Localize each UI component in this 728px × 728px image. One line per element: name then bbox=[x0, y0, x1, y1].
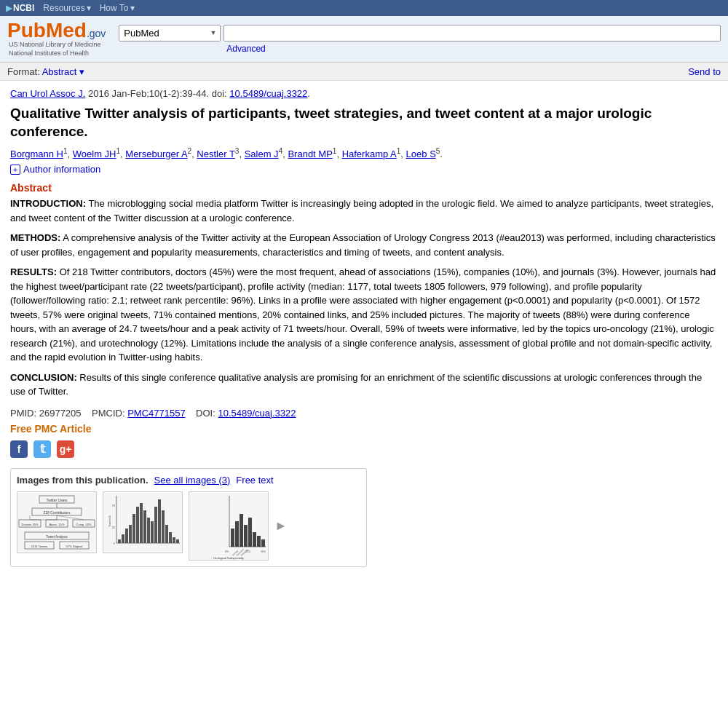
pubmed-gov: .gov bbox=[87, 28, 106, 39]
see-all-images-link[interactable]: See all images (3) bbox=[154, 475, 231, 486]
images-section: Images from this publication. See all im… bbox=[10, 468, 367, 567]
svg-rect-34 bbox=[151, 521, 154, 543]
howto-chevron: ▾ bbox=[130, 3, 135, 13]
abstract-section: Abstract INTRODUCTION: The microblogging… bbox=[10, 182, 718, 399]
subtitle-line1: US National Library of Medicine bbox=[9, 41, 101, 50]
thumbnail-1-chart: Twitter Users 218 Contributors Doctors 4… bbox=[17, 492, 96, 553]
twitter-icon[interactable]: 𝕥 bbox=[33, 440, 51, 458]
pubmed-logo-area: PubMed.gov US National Library of Medici… bbox=[7, 20, 106, 58]
svg-rect-30 bbox=[136, 507, 139, 543]
pubmed-pub: Pub bbox=[7, 19, 46, 41]
advanced-link[interactable]: Advanced bbox=[226, 44, 721, 54]
facebook-icon[interactable]: f bbox=[10, 440, 28, 458]
svg-rect-31 bbox=[140, 503, 143, 543]
pubmed-logo: PubMed.gov bbox=[7, 20, 106, 41]
ncbi-icon: ▶ bbox=[6, 4, 12, 13]
abstract-conclusion: CONCLUSION: Results of this single confe… bbox=[10, 371, 718, 399]
doi-label: DOI: bbox=[196, 408, 215, 419]
abstract-intro: INTRODUCTION: The microblogging social m… bbox=[10, 197, 718, 225]
svg-rect-35 bbox=[154, 507, 157, 543]
svg-rect-39 bbox=[169, 532, 172, 543]
db-select-wrapper[interactable]: PubMed PubMed Central Books MeSH bbox=[119, 25, 221, 41]
svg-rect-33 bbox=[147, 518, 150, 543]
svg-rect-26 bbox=[122, 534, 124, 543]
svg-rect-37 bbox=[162, 510, 165, 543]
svg-text:Tweets/h: Tweets/h bbox=[108, 515, 111, 527]
thumbnail-1[interactable]: Twitter Users 218 Contributors Doctors 4… bbox=[17, 491, 97, 553]
svg-text:Twitter Users: Twitter Users bbox=[46, 498, 68, 502]
svg-rect-46 bbox=[189, 492, 268, 560]
svg-rect-54 bbox=[253, 532, 256, 547]
ncbi-logo[interactable]: ▶ NCBI bbox=[6, 3, 34, 13]
svg-rect-53 bbox=[248, 518, 252, 547]
svg-text:35: 35 bbox=[112, 526, 116, 529]
citation-line: Can Urol Assoc J. 2016 Jan-Feb;10(1-2):3… bbox=[10, 88, 718, 99]
main-content: Can Urol Assoc J. 2016 Jan-Feb;10(1-2):3… bbox=[0, 81, 728, 574]
googleplus-icon[interactable]: g+ bbox=[57, 440, 74, 458]
svg-rect-56 bbox=[261, 539, 265, 547]
author-brandt[interactable]: Brandt MP bbox=[288, 149, 332, 159]
svg-text:218 Contributors: 218 Contributors bbox=[44, 510, 71, 515]
doi-value-link[interactable]: 10.5489/cuaj.3322 bbox=[218, 408, 296, 419]
results-label: RESULTS: bbox=[10, 266, 57, 277]
article-title: Qualitative Twitter analysis of particip… bbox=[10, 105, 718, 141]
ncbi-label: NCBI bbox=[13, 3, 34, 13]
resources-label: Resources bbox=[43, 3, 84, 13]
abstract-methods: METHODS: A comprehensive analysis of the… bbox=[10, 231, 718, 259]
search-controls: PubMed PubMed Central Books MeSH Advance… bbox=[119, 25, 721, 54]
send-to-button[interactable]: Send to bbox=[688, 66, 721, 77]
svg-rect-38 bbox=[165, 525, 168, 543]
scroll-right-arrow[interactable]: ► bbox=[274, 518, 288, 534]
format-dropdown[interactable]: Abstract ▾ bbox=[42, 66, 84, 77]
svg-rect-36 bbox=[158, 499, 161, 543]
author-salem[interactable]: Salem J bbox=[245, 149, 279, 159]
svg-text:0%: 0% bbox=[225, 550, 229, 553]
free-pmc-label: Free PMC Article bbox=[10, 423, 718, 435]
logo-subtitle: US National Library of Medicine National… bbox=[9, 41, 101, 58]
svg-rect-28 bbox=[129, 525, 132, 543]
thumbnail-2[interactable]: 0 35 70 Tweets/h bbox=[103, 491, 183, 553]
howto-nav[interactable]: How To ▾ bbox=[100, 3, 135, 13]
svg-rect-29 bbox=[132, 514, 135, 543]
svg-text:57% Original: 57% Original bbox=[66, 545, 83, 548]
pmid-value: PMID: 26977205 bbox=[10, 408, 82, 419]
search-bar: PubMed.gov US National Library of Medici… bbox=[0, 16, 728, 63]
abstract-label: Abstract bbox=[10, 182, 718, 194]
author-loeb[interactable]: Loeb S bbox=[406, 149, 436, 159]
svg-rect-49 bbox=[231, 529, 234, 547]
conclusion-label: CONCLUSION: bbox=[10, 372, 77, 383]
svg-rect-52 bbox=[244, 525, 248, 547]
author-woelm[interactable]: Woelm JH bbox=[73, 149, 116, 159]
free-text-link[interactable]: Free text bbox=[236, 475, 273, 486]
svg-text:70: 70 bbox=[112, 504, 116, 507]
subtitle-line2: National Institutes of Health bbox=[9, 50, 101, 58]
author-borgmann[interactable]: Borgmann H bbox=[10, 149, 63, 159]
pmcid-link[interactable]: PMC4771557 bbox=[127, 408, 186, 419]
pubmed-med: Med bbox=[46, 19, 87, 41]
intro-label: INTRODUCTION: bbox=[10, 198, 86, 209]
author-haferkamp[interactable]: Haferkamp A bbox=[342, 149, 397, 159]
author-info-label: Author information bbox=[23, 164, 100, 175]
resources-nav[interactable]: Resources ▾ bbox=[43, 3, 90, 13]
results-text: Of 218 Twitter contributors, doctors (45… bbox=[10, 266, 716, 363]
thumbnail-2-chart: 0 35 70 Tweets/h bbox=[103, 492, 182, 553]
journal-link[interactable]: Can Urol Assoc J. bbox=[10, 88, 85, 99]
search-input[interactable] bbox=[223, 25, 721, 41]
author-merseburger[interactable]: Merseburger A bbox=[125, 149, 187, 159]
top-nav-bar: ▶ NCBI Resources ▾ How To ▾ bbox=[0, 0, 728, 16]
social-icons: f 𝕥 g+ bbox=[10, 440, 718, 458]
doi-link[interactable]: 10.5489/cuaj.3322 bbox=[229, 88, 307, 99]
images-header: Images from this publication. See all im… bbox=[17, 475, 360, 486]
methods-text: A comprehensive analysis of the Twitter … bbox=[10, 232, 716, 258]
methods-label: METHODS: bbox=[10, 232, 60, 243]
db-select[interactable]: PubMed PubMed Central Books MeSH bbox=[119, 25, 221, 41]
svg-text:1572 Tweets: 1572 Tweets bbox=[31, 545, 48, 548]
images-scroll-area: Twitter Users 218 Contributors Doctors 4… bbox=[17, 491, 360, 561]
plus-icon: + bbox=[10, 165, 20, 175]
pmcid-label: PMCID: bbox=[92, 408, 125, 419]
pmid-line: PMID: 26977205 PMCID: PMC4771557 DOI: 10… bbox=[10, 408, 718, 419]
author-nestler[interactable]: Nestler T bbox=[197, 149, 235, 159]
svg-text:Assoc. 15%: Assoc. 15% bbox=[49, 523, 65, 526]
thumbnail-3[interactable]: 0% 25% 50% Urology Research Oncology Uro… bbox=[189, 491, 269, 561]
author-info-toggle[interactable]: + Author information bbox=[10, 164, 718, 175]
